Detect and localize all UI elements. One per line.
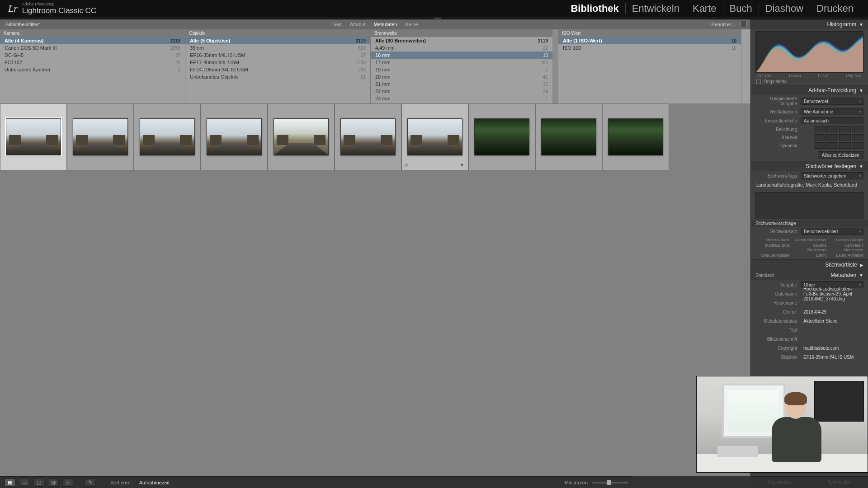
filter-tab-metadaten[interactable]: Metadaten	[373, 22, 397, 27]
tone-auto-button[interactable]: Automatisch	[801, 117, 863, 124]
brand: Lr Adobe Photoshop Lightroom Classic CC	[8, 2, 96, 15]
keyword-suggestion[interactable]: Aileen Benkesser	[793, 238, 827, 242]
people-view-button[interactable]: ☺	[62, 479, 73, 487]
filter-row[interactable]: Alle (1 ISO-Wert)10	[558, 37, 741, 44]
grid-cell[interactable]	[602, 103, 669, 170]
filter-tab-text[interactable]: Text	[332, 22, 341, 27]
sync-metadata-button[interactable]: Synchr. zur.	[827, 480, 851, 485]
sort-value[interactable]: Aufnahmezeit	[139, 480, 170, 485]
metadata-header[interactable]: Standard Metadaten▼	[751, 270, 868, 280]
filter-preset-menu[interactable]: Benutzer...	[711, 22, 745, 27]
filter-row[interactable]: EF17-40mm f/4L USM1200	[185, 59, 370, 66]
filter-row[interactable]: FC110222	[0, 59, 185, 66]
filter-row[interactable]: EF24-105mm f/4L IS USM263	[185, 66, 370, 73]
original-photo-checkbox[interactable]: Originalfoto	[751, 78, 868, 85]
filter-row[interactable]: Canon EOS 5D Mark III2059	[0, 44, 185, 52]
filter-row[interactable]: 22 mm29	[371, 88, 552, 95]
histogram[interactable]	[755, 31, 863, 73]
vibrance-stepper[interactable]	[814, 142, 863, 149]
filter-row[interactable]: 4,49 mm22	[371, 44, 552, 52]
wb-select[interactable]: Wie Aufnahme▾	[801, 108, 863, 115]
clarity-stepper[interactable]	[814, 134, 863, 141]
meta-label: Ordner	[755, 310, 797, 314]
thumb-size-slider[interactable]	[592, 482, 628, 483]
filter-row[interactable]: DC-GH537	[0, 52, 185, 59]
filter-row[interactable]: Alle (4 Kameras)2119	[0, 37, 185, 44]
grid-cell[interactable]	[134, 103, 201, 170]
grid-cell[interactable]	[67, 103, 134, 170]
filter-col-iso: ISO-Wert Alle (1 ISO-Wert)10ISO 10010	[558, 29, 741, 103]
exposure-stepper[interactable]	[814, 126, 863, 132]
filter-row[interactable]: 20 mm41	[371, 73, 552, 80]
module-entwickeln[interactable]: Entwickeln	[626, 3, 686, 14]
filter-head[interactable]: ISO-Wert	[558, 29, 741, 37]
keyword-suggestion[interactable]: Karl-Heinz Benkesser	[829, 243, 863, 252]
filter-row[interactable]: 16 mm10	[371, 52, 552, 59]
keyword-suggestion[interactable]: Emmi	[793, 253, 827, 258]
keyword-list-header[interactable]: Stichwortliste▶	[751, 260, 868, 270]
filter-tab-attribut[interactable]: Attribut	[350, 22, 366, 27]
filter-row[interactable]: EF16-35mm f/4L IS USM37	[185, 52, 370, 59]
preset-select[interactable]: Benutzerdef.▾	[801, 98, 863, 105]
module-karte[interactable]: Karte	[686, 3, 723, 14]
filter-row[interactable]: 19 mm1	[371, 66, 552, 73]
meta-label: Kopiename	[755, 300, 797, 305]
sync-settings-button[interactable]: Abgleichen...	[767, 480, 793, 485]
quick-develop-header[interactable]: Ad-hoc-Entwicklung▼	[751, 85, 868, 95]
filter-row[interactable]: Unbekannte Kamera1	[0, 66, 185, 73]
keyword-suggestion[interactable]: Melissa Kiehl	[755, 238, 790, 242]
module-diashow[interactable]: Diashow	[759, 3, 810, 14]
filter-head[interactable]: Brennweite	[371, 29, 552, 37]
thumb-size-label: Miniaturen	[565, 480, 588, 485]
compare-view-button[interactable]: ◫	[33, 479, 44, 487]
filter-col-lens: Objektiv Alle (5 Objektive)211935mm558EF…	[185, 29, 371, 103]
keywording-header[interactable]: Stichwörter festlegen▼	[751, 161, 868, 171]
grid-cell[interactable]	[535, 103, 602, 170]
sync-bar: Abgleichen... Synchr. zur.	[750, 476, 868, 488]
filter-row[interactable]: Alle (5 Objektive)2119	[185, 37, 370, 44]
meta-value	[801, 299, 863, 306]
filter-row[interactable]: ISO 10010	[558, 44, 741, 52]
filter-head[interactable]: Kamera	[0, 29, 185, 37]
filter-row[interactable]: 17 mm465	[371, 59, 552, 66]
filter-head[interactable]: Objektiv	[185, 29, 370, 37]
filter-row[interactable]: 23 mm1	[371, 95, 552, 102]
keyword-tags-mode[interactable]: Stichwörter eingeben▾	[801, 172, 863, 179]
keyword-suggestion[interactable]: Laura Pohlabel	[829, 253, 863, 258]
painter-tool[interactable]: ✎	[85, 479, 95, 487]
keyword-suggestion[interactable]: Nicolas Ganger	[829, 238, 863, 242]
filter-row[interactable]: 21 mm16	[371, 80, 552, 88]
module-drucken[interactable]: Drucken	[810, 3, 860, 14]
keyword-entry[interactable]	[755, 192, 863, 219]
grid-cell[interactable]	[201, 103, 268, 170]
filter-scrollbar[interactable]	[552, 29, 558, 103]
filter-lock-icon[interactable]	[741, 21, 747, 27]
grid-cell[interactable]	[268, 103, 335, 170]
keyword-set-select[interactable]: Benutzerdefiniert▾	[801, 228, 863, 235]
grid-cell[interactable]	[0, 103, 67, 170]
meta-label: Metadatenstatus	[755, 319, 797, 324]
keyword-suggestion[interactable]: Sina Benkesser	[755, 253, 790, 258]
keyword-suggestion[interactable]: Sabrina Benkesser	[793, 243, 827, 252]
grid-cell[interactable]	[335, 103, 401, 170]
filter-row[interactable]: 35mm558	[185, 44, 370, 52]
survey-view-button[interactable]: ▥	[48, 479, 59, 487]
grid-view[interactable]: ⟳⚑	[0, 103, 750, 476]
filter-row[interactable]: Alle (30 Brennweiten)2119	[371, 37, 552, 44]
histogram-header[interactable]: Histogramm▼	[751, 19, 868, 29]
keyword-suggestion[interactable]: Matthias Butz	[755, 243, 790, 252]
loupe-view-button[interactable]: ▭	[19, 479, 30, 487]
metadata-mode[interactable]: Standard	[755, 273, 774, 278]
keyword-suggestions: Melissa KiehlAileen BenkesserNicolas Gan…	[751, 236, 868, 259]
grid-cell[interactable]: ⟳⚑	[401, 103, 468, 170]
module-buch[interactable]: Buch	[723, 3, 759, 14]
filter-row[interactable]: Unbekanntes Objektiv61	[185, 73, 370, 80]
grid-view-button[interactable]: ▦	[5, 479, 15, 487]
keyword-tags-value: Landschaftsfotografie, Mark Kupla, Schot…	[751, 180, 868, 191]
filter-tab-keine[interactable]: Keine	[405, 22, 418, 27]
grid-cell[interactable]	[468, 103, 535, 170]
module-bibliothek[interactable]: Bibliothek	[564, 3, 625, 14]
meta-value: 2018-04-29	[801, 308, 863, 315]
chevron-right-icon: ▶	[860, 263, 863, 267]
reset-all-button[interactable]: Alles zurücksetzen	[818, 151, 863, 159]
